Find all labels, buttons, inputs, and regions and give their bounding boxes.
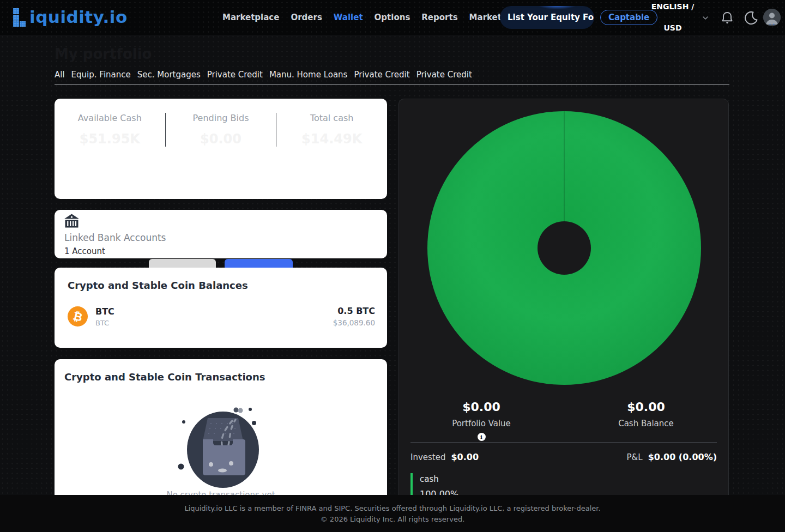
moon-icon: [744, 10, 758, 25]
top-navbar: iquidity.io Marketplace Orders Wallet Op…: [0, 0, 785, 35]
stat-total-cash: Total cash $14.49K: [276, 113, 387, 147]
bank-card-title: Linked Bank Accounts: [64, 232, 377, 243]
tab-all[interactable]: All: [55, 70, 65, 80]
stat-label: Pending Bids: [166, 113, 276, 123]
language-label: ENGLISH /: [651, 2, 695, 11]
tab-private-credit-1[interactable]: Private Credit: [207, 70, 263, 80]
stat-label: Total cash: [276, 113, 387, 123]
crypto-balances-title: Crypto and Stable Coin Balances: [68, 280, 374, 291]
stat-value: $0.00: [166, 131, 276, 147]
stat-label: Available Cash: [55, 113, 165, 123]
cash-summary-card: Available Cash $51.95K Pending Bids $0.0…: [55, 99, 387, 199]
portfolio-allocation-panel: $0.00 Portfolio Value i $0.00 Cash Balan…: [398, 99, 729, 529]
stat-pending-bids: Pending Bids $0.00: [165, 113, 276, 147]
invested-label: Invested: [410, 452, 445, 462]
cash-balance-block: $0.00 Cash Balance: [564, 400, 728, 441]
asset-name: BTC: [95, 319, 114, 327]
panel-divider: [410, 442, 717, 443]
crypto-balances-card: Crypto and Stable Coin Balances ₿ BTC BT…: [55, 268, 387, 348]
asset-names: BTC BTC: [95, 306, 114, 327]
tab-private-credit-2[interactable]: Private Credit: [354, 70, 409, 80]
tab-manu-home-loans[interactable]: Manu. Home Loans: [269, 70, 348, 80]
logo-text: iquidity.io: [29, 9, 128, 27]
tab-private-credit-3[interactable]: Private Credit: [416, 70, 472, 80]
captable-button[interactable]: Captable: [600, 10, 657, 25]
logo[interactable]: iquidity.io: [12, 5, 128, 27]
linked-bank-accounts-card[interactable]: Linked Bank Accounts 1 Account: [55, 210, 387, 258]
pl-label: P&L: [627, 452, 643, 462]
notifications-button[interactable]: [721, 11, 734, 25]
portfolio-value: $0.00: [399, 400, 564, 414]
avatar-icon: [763, 9, 781, 26]
dark-mode-toggle[interactable]: [744, 10, 758, 25]
bank-icon: [64, 214, 79, 228]
asset-amount: 0.5 BTC: [333, 306, 375, 316]
asset-usd-value: $36,089.60: [333, 318, 375, 327]
logo-mark-icon: [12, 5, 28, 27]
nav-item-orders[interactable]: Orders: [291, 13, 322, 22]
portfolio-value-label: Portfolio Value: [399, 419, 564, 428]
cash-balance-label: Cash Balance: [564, 419, 728, 428]
asset-row-btc[interactable]: ₿ BTC BTC 0.5 BTC $36,089.60: [68, 306, 375, 327]
nav-item-reports[interactable]: Reports: [421, 13, 457, 22]
nav-item-wallet[interactable]: Wallet: [334, 13, 363, 22]
allocation-donut-chart[interactable]: [427, 111, 702, 385]
nav-item-options[interactable]: Options: [375, 13, 410, 22]
stat-value: $51.95K: [55, 131, 165, 147]
main-nav: Marketplace Orders Wallet Options Report…: [222, 0, 545, 35]
cash-balance-value: $0.00: [564, 400, 728, 414]
app-root: iquidity.io Marketplace Orders Wallet Op…: [0, 0, 785, 532]
crypto-transactions-title: Crypto and Stable Coin Transactions: [64, 371, 377, 383]
btc-coin-icon: ₿: [68, 306, 88, 327]
empty-inbox-illustration: [174, 403, 272, 495]
list-equity-button[interactable]: List Your Equity For Free: [500, 6, 594, 29]
pl-group: P&L $0.00 (0.00%): [627, 452, 717, 462]
portfolio-totals-row: $0.00 Portfolio Value i $0.00 Cash Balan…: [399, 400, 728, 441]
bank-account-count: 1 Account: [64, 246, 377, 256]
asset-symbol: BTC: [95, 306, 114, 317]
invested-value: $0.00: [451, 452, 479, 462]
pl-value: $0.00 (0.00%): [648, 452, 717, 462]
tab-sec-mortgages[interactable]: Sec. Mortgages: [137, 70, 201, 80]
info-icon[interactable]: i: [478, 433, 486, 441]
legend-name: cash: [420, 474, 458, 484]
crypto-transactions-card: Crypto and Stable Coin Transactions No c…: [55, 359, 387, 515]
language-currency-selector[interactable]: ENGLISH / USD: [651, 0, 695, 35]
invested-pl-row: Invested $0.00 P&L $0.00 (0.00%): [410, 452, 717, 462]
user-avatar[interactable]: [763, 9, 781, 26]
cash-stats-row: Available Cash $51.95K Pending Bids $0.0…: [55, 113, 387, 147]
footer: Liquidity.io LLC is a member of FINRA an…: [0, 495, 785, 532]
tab-equip-finance[interactable]: Equip. Finance: [71, 70, 131, 80]
chevron-down-icon[interactable]: [702, 14, 709, 22]
portfolio-value-block: $0.00 Portfolio Value i: [399, 400, 564, 441]
stat-available-cash: Available Cash $51.95K: [55, 113, 165, 147]
portfolio-filter-tabs: All Equip. Finance Sec. Mortgages Privat…: [55, 70, 729, 85]
bell-icon: [721, 11, 734, 25]
currency-label: USD: [663, 23, 681, 32]
footer-copyright: © 2026 Liquidity Inc. All rights reserve…: [321, 515, 465, 523]
page-title: My portfolio: [55, 46, 152, 62]
stat-value: $14.49K: [276, 131, 387, 147]
footer-disclaimer: Liquidity.io LLC is a member of FINRA an…: [184, 504, 600, 512]
nav-item-marketplace[interactable]: Marketplace: [222, 13, 279, 22]
asset-values: 0.5 BTC $36,089.60: [333, 306, 375, 327]
